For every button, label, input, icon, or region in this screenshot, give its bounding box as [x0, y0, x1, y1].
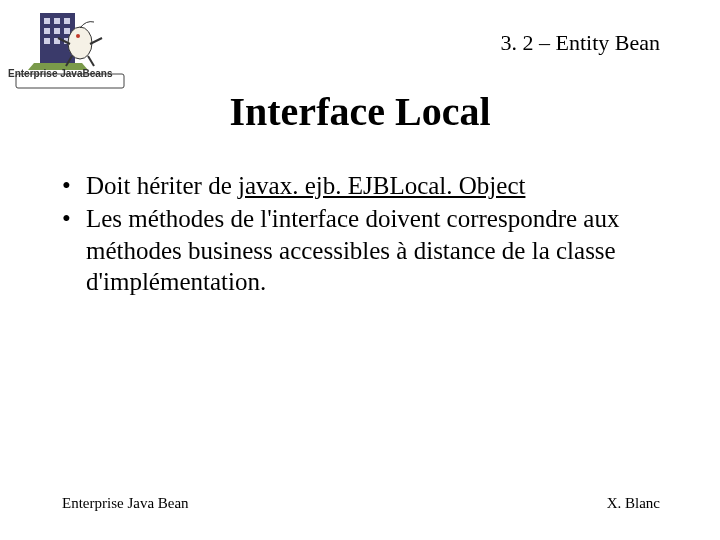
svg-rect-5	[54, 28, 60, 34]
svg-rect-2	[54, 18, 60, 24]
svg-rect-7	[44, 38, 50, 44]
svg-rect-3	[64, 18, 70, 24]
bullet-text-prefix: Les méthodes de l'interface doivent corr…	[86, 205, 619, 295]
bullet-text-underlined: javax. ejb. EJBLocal. Object	[238, 172, 525, 199]
section-label: 3. 2 – Entity Bean	[501, 30, 660, 56]
list-item: Doit hériter de javax. ejb. EJBLocal. Ob…	[62, 170, 670, 201]
footer-right: X. Blanc	[607, 495, 660, 512]
list-item: Les méthodes de l'interface doivent corr…	[62, 203, 670, 297]
footer-left: Enterprise Java Bean	[62, 495, 189, 512]
bullet-text-prefix: Doit hériter de	[86, 172, 238, 199]
svg-line-14	[88, 56, 94, 66]
svg-rect-4	[44, 28, 50, 34]
ejb-logo	[10, 8, 130, 93]
page-title: Interface Local	[0, 88, 720, 135]
svg-rect-6	[64, 28, 70, 34]
logo-caption: Enterprise JavaBeans	[8, 68, 113, 79]
svg-rect-1	[44, 18, 50, 24]
bullet-list: Doit hériter de javax. ejb. EJBLocal. Ob…	[62, 170, 670, 299]
svg-point-12	[76, 34, 80, 38]
svg-point-11	[68, 27, 92, 59]
